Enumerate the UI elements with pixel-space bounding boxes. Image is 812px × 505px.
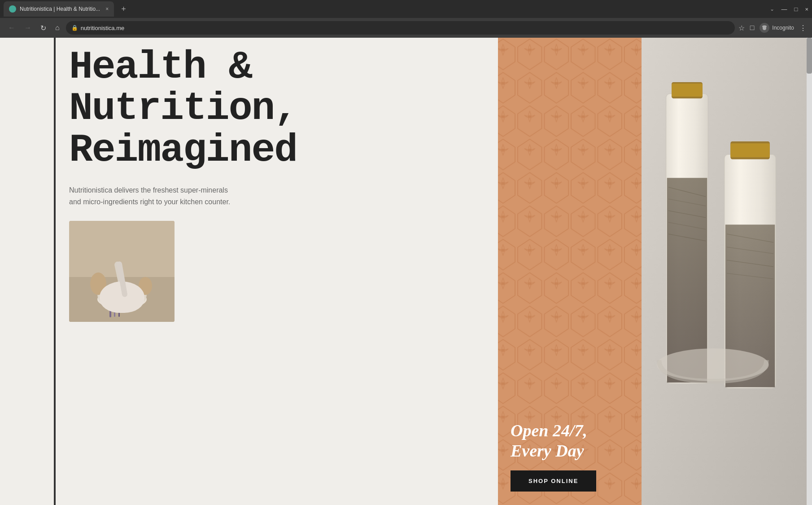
svg-point-11 xyxy=(90,272,106,295)
address-bar[interactable]: 🔒 nutritionistica.me xyxy=(66,21,735,35)
svg-rect-3 xyxy=(69,277,175,322)
svg-rect-27 xyxy=(730,143,769,157)
incognito-label: Incognito xyxy=(772,25,794,31)
toolbar: ← → ↻ ⌂ 🔒 nutritionistica.me ☆ □ Incogni… xyxy=(0,18,812,38)
title-bar: Nutritionistica | Health & Nutritio... ×… xyxy=(0,0,812,18)
hero-section: Health &Nutrition,Reimagined Nutritionis… xyxy=(0,38,812,505)
svg-point-1 xyxy=(762,26,767,28)
tab-title: Nutritionistica | Health & Nutritio... xyxy=(20,6,100,12)
bottles-illustration xyxy=(642,38,812,505)
mortar-pestle-illustration xyxy=(69,221,175,322)
hero-title-text: Health &Nutrition,Reimagined xyxy=(69,45,297,172)
close-button[interactable]: × xyxy=(805,6,808,13)
svg-rect-9 xyxy=(114,307,115,317)
minimize-button[interactable]: — xyxy=(781,6,787,13)
orange-panel: Open 24/7, Every Day SHOP ONLINE xyxy=(498,38,642,505)
svg-rect-8 xyxy=(109,308,111,317)
chrome-ui-icon: ⌄ xyxy=(770,6,774,12)
panel-text-section: Open 24/7, Every Day SHOP ONLINE xyxy=(511,421,629,492)
shop-online-button[interactable]: SHOP ONLINE xyxy=(511,470,596,492)
lock-icon: 🔒 xyxy=(71,25,78,31)
extension-icon[interactable]: □ xyxy=(750,24,755,32)
herb-bottles-photo xyxy=(642,38,812,505)
hero-subtitle: Nutritionistica delivers the freshest su… xyxy=(69,184,240,207)
toolbar-right: ☆ □ Incognito ⋮ xyxy=(738,23,807,33)
incognito-icon xyxy=(760,23,769,33)
bookmark-star-icon[interactable]: ☆ xyxy=(738,24,745,32)
svg-rect-10 xyxy=(118,309,120,317)
back-button[interactable]: ← xyxy=(5,22,18,34)
hero-title: Health &Nutrition,Reimagined xyxy=(69,47,356,171)
maximize-button[interactable]: □ xyxy=(795,6,798,13)
title-bar-left: Nutritionistica | Health & Nutritio... ×… xyxy=(4,1,130,17)
scrollbar-thumb[interactable] xyxy=(807,38,812,74)
open-hours-text: Open 24/7, Every Day xyxy=(511,421,629,461)
svg-point-6 xyxy=(118,294,127,299)
url-display: nutritionistica.me xyxy=(81,25,125,31)
scrollbar[interactable] xyxy=(807,38,812,505)
menu-icon[interactable]: ⋮ xyxy=(799,24,807,32)
refresh-button[interactable]: ↻ xyxy=(38,22,49,34)
browser-tab[interactable]: Nutritionistica | Health & Nutritio... × xyxy=(4,1,114,17)
home-button[interactable]: ⌂ xyxy=(52,22,62,34)
tab-close-icon[interactable]: × xyxy=(105,6,109,12)
svg-point-12 xyxy=(139,277,152,295)
svg-rect-18 xyxy=(672,83,703,97)
forward-button[interactable]: → xyxy=(22,22,34,34)
svg-point-4 xyxy=(97,290,147,308)
incognito-badge: Incognito xyxy=(760,23,794,33)
svg-point-7 xyxy=(105,301,123,307)
hero-content: Health &Nutrition,Reimagined Nutritionis… xyxy=(56,38,498,505)
web-content: Health &Nutrition,Reimagined Nutritionis… xyxy=(0,38,812,505)
mortar-pestle-image xyxy=(69,221,175,322)
tab-favicon xyxy=(9,5,16,13)
title-bar-right: ⌄ — □ × xyxy=(770,6,808,13)
browser-window: Nutritionistica | Health & Nutritio... ×… xyxy=(0,0,812,505)
new-tab-button[interactable]: + xyxy=(118,3,130,16)
